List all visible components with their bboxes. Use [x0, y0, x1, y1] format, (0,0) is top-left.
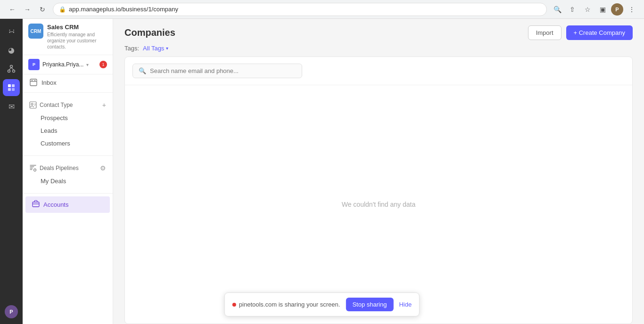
contact-type-header: Contact Type + — [23, 98, 113, 112]
svg-line-3 — [9, 68, 11, 70]
back-button[interactable]: ← — [6, 3, 19, 16]
app-text: Sales CRM Efficiently manage and organiz… — [47, 24, 107, 50]
content-area: 🔍 We couldn't find any data — [124, 57, 633, 324]
bottom-avatar-icon[interactable]: P — [3, 303, 20, 320]
search-browser-button[interactable]: 🔍 — [551, 3, 564, 16]
accounts-label: Accounts — [43, 201, 68, 208]
sidebar-item-leads[interactable]: Leads — [23, 124, 113, 137]
address-bar[interactable]: 🔒 app.manageplus.io/business/1/company — [53, 3, 547, 16]
sidebar-item-inbox[interactable]: Inbox — [23, 74, 113, 90]
mail-nav-icon[interactable]: ✉ — [3, 98, 20, 115]
sidebar: CRM Sales CRM Efficiently manage and org… — [23, 19, 113, 324]
profile-avatar[interactable]: P — [611, 3, 623, 16]
stop-sharing-button[interactable]: Stop sharing — [346, 298, 393, 311]
grid-icon[interactable]: ∺ — [3, 23, 20, 40]
svg-rect-6 — [12, 84, 15, 87]
hierarchy-icon[interactable] — [3, 60, 20, 77]
deals-pipelines-section: Deals Pipelines ⚙ My Deals — [23, 158, 113, 191]
sidebar-item-prospects[interactable]: Prospects — [23, 112, 113, 124]
share-browser-button[interactable]: ⇧ — [566, 3, 579, 16]
lock-icon: 🔒 — [59, 6, 66, 13]
svg-point-1 — [8, 70, 10, 73]
crm-nav-icon[interactable] — [3, 79, 20, 96]
deals-icon — [29, 164, 37, 172]
contact-type-icon — [29, 101, 37, 109]
user-logo: P — [28, 59, 40, 70]
sidebar-item-my-deals[interactable]: My Deals — [23, 175, 113, 187]
contact-type-section: Contact Type + Prospects Leads Customers — [23, 95, 113, 154]
import-button[interactable]: Import — [528, 25, 561, 40]
add-contact-type-button[interactable]: + — [102, 101, 106, 109]
sidebar-item-customers[interactable]: Customers — [23, 137, 113, 150]
sidebar-user-row[interactable]: P Priyanka.Priya... ▾ 1 — [23, 55, 113, 74]
bookmark-button[interactable]: ☆ — [581, 3, 594, 16]
notification-badge[interactable]: 1 — [99, 61, 107, 68]
deals-pipelines-header: Deals Pipelines ⚙ — [23, 162, 113, 175]
app-info: CRM Sales CRM Efficiently manage and org… — [28, 24, 107, 50]
compass-icon[interactable]: ◕ — [3, 41, 20, 58]
chevron-down-icon: ▾ — [86, 62, 89, 67]
search-icon: 🔍 — [139, 67, 146, 74]
divider-2 — [23, 155, 113, 156]
more-button[interactable]: ⋮ — [625, 3, 638, 16]
accounts-icon — [32, 200, 40, 209]
svg-point-0 — [10, 65, 13, 68]
svg-line-4 — [11, 68, 14, 70]
svg-rect-15 — [33, 202, 39, 207]
divider-3 — [23, 193, 113, 194]
app-subtitle: Efficiently manage and organize your cus… — [47, 32, 107, 50]
inbox-icon — [29, 78, 38, 87]
svg-rect-8 — [12, 88, 15, 91]
svg-point-11 — [31, 103, 33, 105]
search-bar: 🔍 — [125, 57, 632, 85]
page-title: Companies — [124, 27, 175, 38]
create-company-button[interactable]: + Create Company — [566, 25, 633, 40]
reload-button[interactable]: ↻ — [36, 3, 49, 16]
divider-1 — [23, 92, 113, 93]
user-name: Priyanka.Priya... — [42, 61, 83, 68]
search-input-wrap[interactable]: 🔍 — [132, 64, 302, 78]
sidebar-app-header: CRM Sales CRM Efficiently manage and org… — [23, 19, 113, 55]
main-header: Companies Import + Create Company — [113, 19, 644, 45]
nav-buttons: ← → ↻ — [6, 3, 49, 16]
user-info: P Priyanka.Priya... ▾ — [28, 59, 89, 70]
forward-button[interactable]: → — [21, 3, 34, 16]
tags-bar: Tags: All Tags ▾ — [113, 45, 644, 57]
user-avatar: P — [5, 305, 18, 318]
tags-label: Tags: — [124, 45, 139, 52]
share-indicator: pinetools.com is sharing your screen. — [232, 301, 340, 308]
share-dot-icon — [232, 303, 236, 307]
main-actions: Import + Create Company — [528, 25, 633, 40]
inbox-label: Inbox — [41, 79, 57, 86]
share-text: pinetools.com is sharing your screen. — [239, 301, 340, 308]
svg-point-2 — [13, 70, 15, 73]
url-text: app.manageplus.io/business/1/company — [69, 6, 178, 13]
svg-point-14 — [34, 169, 36, 171]
crm-logo: CRM — [28, 24, 43, 39]
svg-rect-5 — [8, 84, 11, 87]
search-input[interactable] — [150, 67, 296, 74]
app-title: Sales CRM — [47, 24, 107, 31]
app-container: ∺ ◕ ✉ P — [0, 19, 644, 324]
sidebar-item-accounts[interactable]: Accounts — [25, 196, 110, 213]
main-content: Companies Import + Create Company Tags: … — [113, 19, 644, 324]
deals-pipelines-label: Deals Pipelines — [29, 164, 79, 172]
tablet-view-button[interactable]: ▣ — [596, 3, 609, 16]
svg-rect-9 — [30, 79, 37, 86]
screen-share-bar: pinetools.com is sharing your screen. St… — [224, 292, 420, 316]
deals-settings-icon[interactable]: ⚙ — [100, 164, 106, 172]
contact-type-label: Contact Type — [29, 101, 73, 109]
tags-dropdown[interactable]: All Tags ▾ — [143, 45, 168, 52]
browser-actions: 🔍 ⇧ ☆ ▣ P ⋮ — [551, 3, 638, 16]
icon-rail: ∺ ◕ ✉ P — [0, 19, 23, 324]
tags-chevron-icon: ▾ — [166, 46, 168, 51]
empty-state: We couldn't find any data — [125, 85, 632, 324]
browser-chrome: ← → ↻ 🔒 app.manageplus.io/business/1/com… — [0, 0, 644, 19]
svg-rect-7 — [8, 88, 11, 91]
hide-button[interactable]: Hide — [399, 301, 412, 308]
